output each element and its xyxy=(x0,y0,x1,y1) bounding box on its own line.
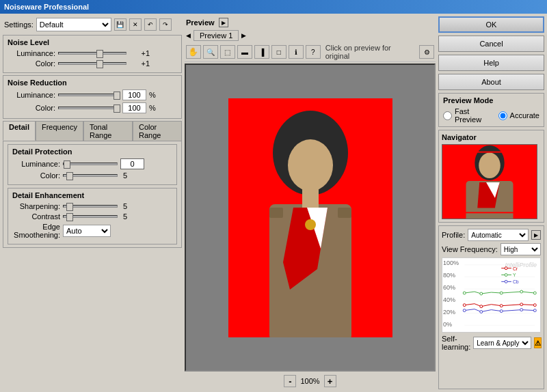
svg-point-41 xyxy=(500,310,503,313)
dp-luminance-slider[interactable] xyxy=(63,163,118,165)
accurate-label: Accurate xyxy=(510,111,539,120)
split-v-btn[interactable]: ▐ xyxy=(254,45,269,59)
next-arrow[interactable]: ▶ xyxy=(241,32,246,39)
luminance-label: Luminance: xyxy=(8,49,55,57)
dp-luminance-input[interactable] xyxy=(120,158,144,169)
view-freq-select[interactable]: High Medium Low xyxy=(501,243,541,255)
right-panel: OK Cancel Help About Preview Mode Fast P… xyxy=(438,16,544,389)
help-button[interactable]: Help xyxy=(438,55,544,71)
svg-text:Y: Y xyxy=(513,272,516,277)
dp-luminance-label: Luminance: xyxy=(12,160,60,168)
chart-area: IntelliProfile 100% 80% 60% 40% 20% 0% xyxy=(442,257,541,333)
luminance-value: +1 xyxy=(129,49,150,57)
nr-luminance-label: Luminance: xyxy=(8,91,55,99)
profile-box: Profile: Automatic ▶ View Frequency: Hig… xyxy=(438,225,544,389)
nr-luminance-slider[interactable] xyxy=(58,94,120,96)
tabs-container: Detail Frequency Tonal Range Color Range xyxy=(3,121,182,141)
svg-point-42 xyxy=(520,309,523,311)
prev-arrow[interactable]: ◀ xyxy=(186,32,191,39)
color-label: Color: xyxy=(8,59,55,68)
luminance-slider[interactable] xyxy=(58,52,126,55)
de-contrast-label: Contrast xyxy=(12,212,60,221)
warning-icon: ⚠ xyxy=(534,337,542,348)
svg-point-32 xyxy=(480,292,483,295)
preview-click-text: Click on preview for original xyxy=(325,44,417,60)
svg-point-23 xyxy=(463,304,466,307)
settings-label: Settings: xyxy=(4,20,34,29)
svg-point-39 xyxy=(463,309,466,312)
svg-rect-8 xyxy=(338,208,351,218)
preview-tab[interactable]: Preview 1 xyxy=(194,30,239,41)
preview-toolbar: ✋ 🔍 ⬚ ▬ ▐ □ ℹ ? Click on preview for ori… xyxy=(185,42,436,62)
settings-undo-btn[interactable]: ↶ xyxy=(144,18,157,31)
settings-btn[interactable]: ⚙ xyxy=(419,45,434,59)
de-sharpening-label: Sharpening: xyxy=(12,202,60,210)
nr-color-row: Color: 100 % xyxy=(8,102,177,113)
de-sharpening-value: 5 xyxy=(123,202,127,210)
help-btn-toolbar[interactable]: ? xyxy=(306,45,321,59)
view-freq-row: View Frequency: High Medium Low xyxy=(442,243,541,255)
zoom-value: 100% xyxy=(300,377,319,385)
ok-button[interactable]: OK xyxy=(438,16,544,33)
svg-point-9 xyxy=(305,219,316,230)
preview-image-area[interactable] xyxy=(185,64,436,372)
profile-label-row: Profile: Automatic ▶ xyxy=(442,229,541,241)
select-tool-btn[interactable]: ⬚ xyxy=(220,45,235,59)
self-learning-select[interactable]: Learn & Apply Learn Apply Off xyxy=(473,337,531,349)
nr-color-value[interactable]: 100 xyxy=(122,102,146,113)
info-btn[interactable]: ℹ xyxy=(289,45,304,59)
settings-save-btn[interactable]: 💾 xyxy=(114,18,126,31)
de-edge-select[interactable]: Auto None Low Medium High xyxy=(63,225,111,237)
zoom-in-btn[interactable]: + xyxy=(324,375,336,387)
navigator-image xyxy=(442,144,537,219)
svg-point-34 xyxy=(520,290,523,293)
settings-delete-btn[interactable]: ✕ xyxy=(129,18,142,31)
cancel-button[interactable]: Cancel xyxy=(438,36,544,52)
hand-tool-btn[interactable]: ✋ xyxy=(186,45,201,59)
preview-play-btn[interactable]: ▶ xyxy=(219,18,228,27)
tab-frequency[interactable]: Frequency xyxy=(36,121,83,141)
de-sharpening-slider[interactable] xyxy=(63,205,118,208)
color-slider[interactable] xyxy=(58,62,126,65)
dp-color-label: Color: xyxy=(12,171,60,180)
split-h-btn[interactable]: ▬ xyxy=(237,45,252,59)
color-row: Color: +1 xyxy=(8,59,177,68)
tab-tonal-range[interactable]: Tonal Range xyxy=(83,121,133,141)
svg-point-35 xyxy=(533,292,536,294)
svg-rect-7 xyxy=(269,208,283,218)
zoom-tool-btn[interactable]: 🔍 xyxy=(203,45,218,59)
svg-point-26 xyxy=(520,303,523,306)
left-panel: Settings: Default 💾 ✕ ↶ ↷ Noise Level Lu… xyxy=(3,16,182,389)
accurate-radio[interactable] xyxy=(498,111,507,120)
noise-level-title: Noise Level xyxy=(8,38,177,46)
profile-play-btn[interactable]: ▶ xyxy=(531,230,541,240)
middle-panel: Preview ▶ ◀ Preview 1 ▶ ✋ 🔍 ⬚ ▬ ▐ □ ℹ ? … xyxy=(185,16,436,389)
about-button[interactable]: About xyxy=(438,74,544,90)
single-btn[interactable]: □ xyxy=(271,45,286,59)
dp-color-slider[interactable] xyxy=(63,174,118,177)
navigator-box: Navigator xyxy=(438,130,544,223)
preview-title: Preview xyxy=(186,18,215,27)
tab-content-detail: Detail Protection Luminance: Color: xyxy=(3,141,182,248)
navigator-svg xyxy=(442,144,537,219)
nr-luminance-value[interactable]: 100 xyxy=(122,89,146,100)
settings-select[interactable]: Default xyxy=(36,18,111,31)
de-contrast-row: Contrast 5 xyxy=(12,212,172,221)
tab-detail[interactable]: Detail xyxy=(3,121,36,141)
luminance-row: Luminance: +1 xyxy=(8,49,177,57)
zoom-out-btn[interactable]: - xyxy=(284,375,296,387)
profile-select[interactable]: Automatic xyxy=(468,229,529,241)
tab-color-range[interactable]: Color Range xyxy=(133,121,182,141)
svg-point-12 xyxy=(479,153,501,178)
svg-point-2 xyxy=(288,139,333,191)
de-contrast-slider[interactable] xyxy=(63,215,118,218)
nr-color-slider[interactable] xyxy=(58,107,120,109)
settings-redo-btn[interactable]: ↷ xyxy=(159,18,172,31)
fast-preview-radio[interactable] xyxy=(443,111,452,120)
dp-luminance-row: Luminance: xyxy=(12,158,172,169)
app-title: Noiseware Professional xyxy=(4,3,89,11)
dp-color-row: Color: 5 xyxy=(12,171,172,180)
svg-point-43 xyxy=(533,309,536,312)
svg-point-29 xyxy=(505,267,507,270)
nr-color-label: Color: xyxy=(8,104,55,112)
